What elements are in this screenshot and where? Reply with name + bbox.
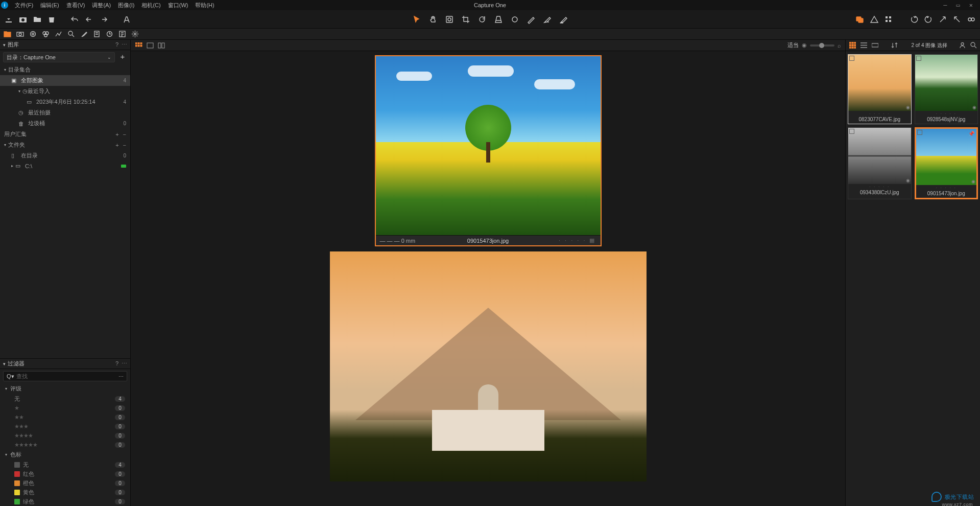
rating-row-5[interactable]: ★★★★★0 — [0, 440, 130, 449]
tab-capture-icon[interactable] — [16, 30, 24, 38]
rotate-right-icon[interactable] — [924, 15, 933, 24]
image-card-2[interactable] — [330, 251, 647, 481]
zoom-slider[interactable] — [810, 44, 834, 47]
menu-window[interactable]: 窗口(W) — [164, 1, 192, 10]
remove-collection-button[interactable]: − — [123, 131, 126, 137]
tab-output-icon[interactable] — [105, 30, 113, 38]
menu-image[interactable]: 图像(I) — [114, 1, 138, 10]
color-row-4[interactable]: 绿色0 — [0, 497, 130, 506]
undo-icon[interactable] — [70, 15, 80, 24]
viewer-body[interactable]: — — — 0 mm 09015473jon.jpg · · · · · ▦ — [131, 51, 845, 506]
close-button[interactable]: ✕ — [967, 2, 975, 9]
thumbnail-2[interactable]: ◉· · · · ·0934380lCzU.jpg — [848, 127, 912, 199]
tab-color-icon[interactable] — [41, 30, 50, 38]
color-header[interactable]: ▾色标 — [0, 449, 130, 460]
tab-metadata-icon[interactable] — [92, 30, 101, 38]
tab-batch-icon[interactable] — [118, 30, 126, 38]
more-icon[interactable]: ⋯ — [122, 360, 127, 367]
search-menu-icon[interactable]: ⋯ — [118, 374, 124, 379]
person-icon[interactable] — [959, 42, 966, 49]
catalog-selector[interactable]: 目录：Capture One ⌄ — [3, 52, 115, 62]
maximize-button[interactable]: ▭ — [954, 2, 962, 9]
rating-row-3[interactable]: ★★★0 — [0, 422, 130, 431]
color-row-3[interactable]: 黄色0 — [0, 488, 130, 497]
annotate-icon[interactable] — [123, 15, 132, 24]
view-split-icon[interactable] — [157, 42, 165, 49]
import-session-item[interactable]: ▭ 2023年4月6日 10:25:14 4 — [7, 97, 130, 107]
selected-image-card[interactable]: — — — 0 mm 09015473jon.jpg · · · · · ▦ — [375, 55, 602, 246]
redo-icon[interactable] — [99, 15, 108, 24]
add-catalog-button[interactable]: + — [118, 53, 127, 62]
gradient-icon[interactable] — [559, 15, 568, 24]
brush-icon[interactable] — [527, 15, 536, 24]
drive-item[interactable]: ▸ ▭ C:\ — [0, 161, 130, 171]
color-row-2[interactable]: 橙色0 — [0, 478, 130, 488]
remove-folder-button[interactable]: − — [123, 142, 126, 148]
import-icon[interactable] — [4, 15, 13, 24]
trash-icon[interactable] — [47, 15, 56, 24]
help-icon[interactable]: ? — [115, 360, 118, 367]
tab-library-icon[interactable] — [3, 30, 11, 38]
eraser-icon[interactable] — [543, 15, 552, 24]
crop-icon[interactable] — [461, 15, 470, 24]
rating-row-0[interactable]: 无4 — [0, 394, 130, 403]
cursor-icon[interactable] — [412, 15, 421, 24]
in-catalog-item[interactable]: ▯ 在目录 0 — [0, 150, 130, 161]
browser-list-icon[interactable] — [860, 42, 867, 49]
menu-view[interactable]: 查看(V) — [63, 1, 89, 10]
multiview-icon[interactable] — [855, 15, 865, 24]
folder-icon[interactable] — [33, 15, 42, 24]
loupe-icon[interactable] — [445, 15, 454, 24]
color-row-1[interactable]: 红色0 — [0, 469, 130, 478]
chevron-down-icon[interactable]: ▾ — [3, 361, 6, 366]
rotate-icon[interactable] — [477, 15, 487, 24]
help-icon[interactable]: ? — [115, 41, 118, 48]
menu-help[interactable]: 帮助(H) — [192, 1, 218, 10]
menu-camera[interactable]: 相机(C) — [138, 1, 164, 10]
thumbnail-3[interactable]: ◉📌· · · · ·09015473jon.jpg — [915, 127, 978, 199]
trash-item[interactable]: 🗑 垃圾桶 0 — [7, 118, 130, 129]
warning-icon[interactable] — [870, 15, 879, 24]
view-grid-icon[interactable] — [135, 42, 143, 49]
rating-row-4[interactable]: ★★★★0 — [0, 431, 130, 440]
keystone-icon[interactable] — [494, 15, 503, 24]
menu-file[interactable]: 文件(F) — [11, 1, 37, 10]
add-folder-button[interactable]: + — [115, 142, 118, 148]
browser-search-icon[interactable] — [970, 42, 977, 49]
recent-imports-header[interactable]: ▾◷ 最近导入 — [7, 86, 130, 97]
undo2-icon[interactable] — [85, 15, 94, 24]
user-collections-header[interactable]: 用户汇集 +− — [0, 129, 130, 140]
rating-row-2[interactable]: ★★0 — [0, 412, 130, 422]
sort-icon[interactable] — [891, 42, 898, 49]
tab-exposure-icon[interactable] — [54, 30, 62, 38]
rotate-left-icon[interactable] — [910, 15, 919, 24]
recent-captures-item[interactable]: ◷ 最近拍摄 — [7, 107, 130, 118]
color-row-0[interactable]: 无4 — [0, 460, 130, 469]
more-icon[interactable]: ⋯ — [122, 41, 127, 48]
browser-film-icon[interactable] — [871, 42, 878, 49]
person-icon[interactable]: ◉ — [802, 42, 807, 49]
chevron-down-icon[interactable]: ▾ — [3, 42, 6, 48]
view-single-icon[interactable] — [146, 42, 154, 49]
process-icon[interactable] — [952, 15, 962, 24]
menu-adjust[interactable]: 调整(A) — [88, 1, 114, 10]
minimize-button[interactable]: — — [941, 2, 949, 9]
tab-settings-icon[interactable] — [131, 30, 139, 38]
browser-grid-icon[interactable] — [849, 42, 856, 49]
add-collection-button[interactable]: + — [115, 131, 118, 137]
viewer-search-icon[interactable]: ⌕ — [838, 42, 841, 49]
camera-icon[interactable] — [18, 15, 28, 24]
thumbnail-0[interactable]: ◉· · · · ·0823077CAVE.jpg — [848, 54, 912, 124]
link-icon[interactable] — [967, 15, 976, 24]
export-icon[interactable] — [938, 15, 947, 24]
tab-adjust-icon[interactable] — [80, 30, 88, 38]
search-input[interactable]: Q▾ 查找 ⋯ — [3, 371, 127, 381]
menu-edit[interactable]: 编辑(E) — [37, 1, 63, 10]
tab-lens-icon[interactable] — [29, 30, 37, 38]
grid-small-icon[interactable] — [884, 15, 893, 24]
folders-header[interactable]: ▾文件夹 +− — [0, 140, 130, 150]
thumbnail-1[interactable]: ◉· · · · ·0928548sjNV.jpg — [915, 54, 978, 124]
all-images-item[interactable]: ▣ 全部图象 4 — [0, 75, 130, 86]
spot-icon[interactable] — [510, 15, 519, 24]
tab-details-icon[interactable] — [67, 30, 75, 38]
